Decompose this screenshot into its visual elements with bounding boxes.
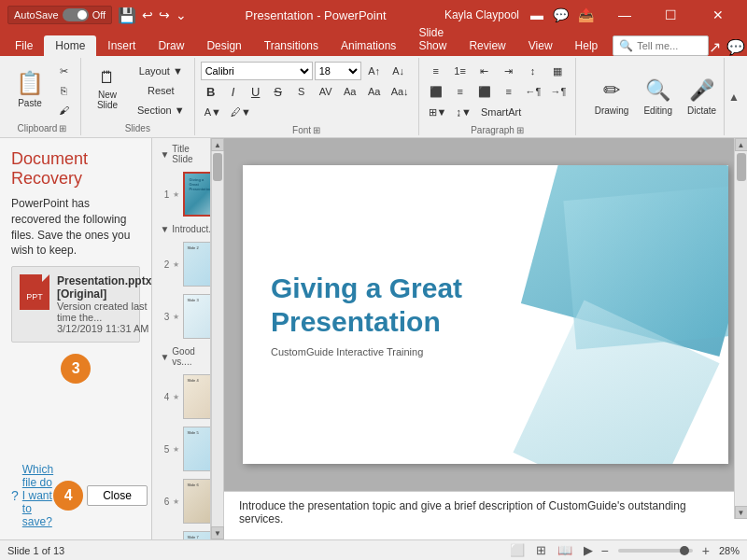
copy-button[interactable]: ⎘ (52, 81, 75, 100)
ribbon-display-icon[interactable]: ▬ (530, 7, 543, 22)
tell-me-input[interactable] (637, 40, 702, 51)
scroll-thumb[interactable] (213, 153, 222, 181)
slide-area-scrollbar[interactable]: ▲ ▼ (734, 138, 747, 519)
section-good-collapse-icon[interactable]: ▼ (160, 352, 169, 362)
slide-title[interactable]: Giving a Great Presentation (271, 272, 560, 339)
align-left-button[interactable]: ⬛ (425, 82, 447, 101)
font-name-select[interactable]: Calibri (201, 62, 313, 80)
minimize-button[interactable]: — (603, 0, 646, 30)
font-expand-icon[interactable]: ⊞ (313, 125, 320, 135)
strikethrough-button[interactable]: S (268, 82, 289, 101)
font-size-a-button[interactable]: Aa (339, 82, 361, 101)
char-highlight-button[interactable]: 🖊▼ (227, 103, 255, 121)
italic-button[interactable]: I (223, 82, 244, 101)
format-painter-button[interactable]: 🖌 (52, 101, 75, 119)
font-size-b-button[interactable]: Aa (363, 82, 386, 101)
paragraph-expand-icon[interactable]: ⊞ (516, 125, 524, 135)
slide-thumb-1[interactable]: Giving aGreatPresentation (183, 172, 211, 217)
decrease-indent-button[interactable]: ⇤ (473, 62, 496, 80)
autosave-toggle-icon[interactable] (63, 8, 89, 21)
scroll-down-button[interactable]: ▼ (211, 526, 224, 539)
bold-button[interactable]: B (201, 82, 221, 101)
slide-scroll-track[interactable] (735, 151, 747, 506)
slide-thumb-7[interactable]: Slide 7 (183, 531, 211, 539)
increase-indent-button[interactable]: ⇥ (498, 62, 520, 80)
section-button[interactable]: Section ▼ (134, 101, 189, 119)
new-slide-button[interactable]: 🗒 NewSlide (87, 62, 128, 116)
customize-icon[interactable]: ⌄ (176, 7, 187, 22)
slide-panel-scrollbar[interactable]: ▲ ▼ (211, 138, 224, 539)
close-button[interactable]: ✕ (697, 0, 740, 30)
text-direction-button[interactable]: ⊞▼ (425, 103, 451, 121)
slide-item-7[interactable]: 7 ★ Slide 7 (152, 529, 210, 539)
scroll-track[interactable] (212, 151, 223, 526)
change-case-button[interactable]: Aa↓ (388, 82, 413, 101)
reading-view-button[interactable]: 📖 (555, 542, 575, 558)
ltr-button[interactable]: →¶ (547, 82, 571, 101)
tell-me-search[interactable]: 🔍 (613, 35, 709, 56)
rtl-button[interactable]: ←¶ (522, 82, 545, 101)
slide-item-6[interactable]: 6 ★ Slide 6 (152, 477, 210, 525)
share-icon[interactable]: 📤 (578, 7, 594, 22)
text-align-button[interactable]: ↨▼ (453, 103, 475, 121)
layout-button[interactable]: Layout ▼ (134, 62, 189, 80)
slide-viewport[interactable]: Giving a Great Presentation CustomGuide … (224, 138, 747, 491)
section-collapse-icon[interactable]: ▼ (160, 149, 169, 160)
save-icon[interactable]: 💾 (118, 7, 136, 24)
numbering-button[interactable]: 1≡ (449, 62, 472, 80)
font-color-button[interactable]: A▼ (201, 103, 225, 121)
tab-animations[interactable]: Animations (330, 35, 407, 56)
zoom-minus-button[interactable]: − (601, 543, 609, 558)
char-spacing-button[interactable]: AV (315, 82, 337, 101)
tab-insert[interactable]: Insert (96, 35, 147, 56)
slide-thumb-3[interactable]: Slide 3 (183, 294, 211, 339)
autosave-toggle[interactable]: AutoSave Off (7, 6, 112, 24)
slide-item-5[interactable]: 5 ★ Slide 5 (152, 425, 210, 473)
slide-item-1[interactable]: 1 ★ Giving aGreatPresentation (152, 170, 210, 218)
slide-sorter-button[interactable]: ⊞ (533, 542, 549, 558)
slide-item-2[interactable]: 2 ★ Slide 2 (152, 240, 210, 288)
reset-button[interactable]: Reset (134, 81, 189, 100)
tab-design[interactable]: Design (195, 35, 252, 56)
slide-canvas[interactable]: Giving a Great Presentation CustomGuide … (243, 165, 728, 464)
slide-scroll-down-button[interactable]: ▼ (735, 506, 748, 519)
tab-file[interactable]: File (4, 35, 44, 56)
slide-subtitle[interactable]: CustomGuide Interactive Training (271, 346, 560, 357)
slide-notes[interactable]: Introduce the presentation topic and giv… (224, 491, 747, 539)
editing-button[interactable]: 🔍 Editing (636, 58, 680, 135)
normal-view-button[interactable]: ⬜ (507, 542, 528, 558)
columns-button[interactable]: ▦ (546, 62, 569, 80)
decrease-font-button[interactable]: A↓ (388, 62, 410, 80)
clipboard-expand-icon[interactable]: ⊞ (59, 123, 66, 133)
font-size-select[interactable]: 18 (315, 62, 361, 80)
paste-button[interactable]: 📋 Paste (9, 62, 50, 116)
bullets-button[interactable]: ≡ (425, 62, 447, 80)
justify-button[interactable]: ≡ (498, 82, 520, 101)
underline-button[interactable]: U (246, 82, 266, 101)
dictate-button[interactable]: 🎤 Dictate (680, 58, 724, 135)
close-recovery-button[interactable]: Close (87, 485, 148, 506)
zoom-slider-thumb[interactable] (680, 546, 689, 555)
slide-thumb-2[interactable]: Slide 2 (183, 242, 211, 287)
which-file-link[interactable]: Which file do I want to save? (22, 463, 53, 528)
tab-draw[interactable]: Draw (147, 35, 195, 56)
tab-help[interactable]: Help (564, 35, 610, 56)
slide-thumb-4[interactable]: Slide 4 (183, 374, 211, 419)
slide-scroll-up-button[interactable]: ▲ (735, 138, 748, 151)
slide-scroll-thumb[interactable] (737, 153, 746, 181)
redo-icon[interactable]: ↪ (159, 7, 170, 22)
recovery-file-item[interactable]: PPT Presentation.pptx [Original] Version… (11, 266, 140, 343)
tab-home[interactable]: Home (44, 35, 96, 56)
align-right-button[interactable]: ⬛ (473, 82, 496, 101)
line-spacing-button[interactable]: ↕ (522, 62, 544, 80)
align-center-button[interactable]: ≡ (449, 82, 472, 101)
slide-thumb-6[interactable]: Slide 6 (183, 479, 211, 524)
drawing-button[interactable]: ✏ Drawing (587, 58, 637, 135)
comments-ribbon-icon[interactable]: 💬 (726, 38, 745, 56)
tab-view[interactable]: View (517, 35, 564, 56)
increase-font-button[interactable]: A↑ (363, 62, 386, 80)
smartart-button[interactable]: SmartArt (477, 103, 525, 121)
cut-button[interactable]: ✂ (52, 62, 75, 80)
shadow-button[interactable]: S (290, 82, 313, 101)
scroll-up-button[interactable]: ▲ (211, 138, 224, 151)
